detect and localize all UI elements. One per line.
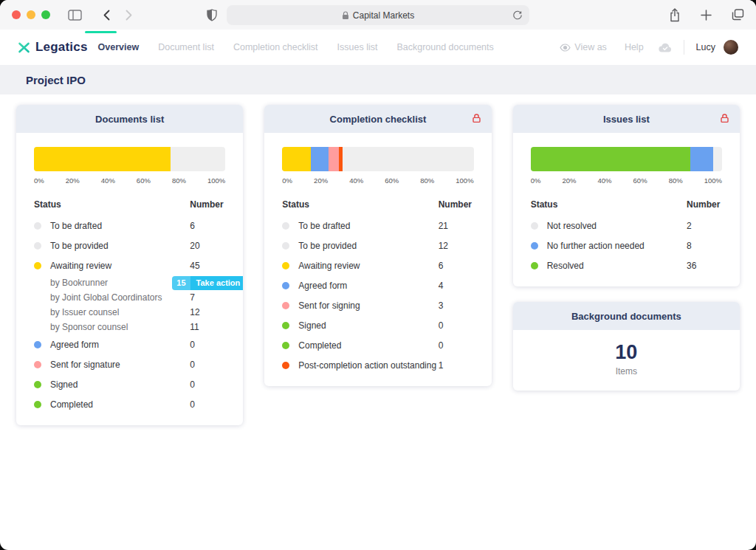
status-value: 6 — [190, 221, 225, 231]
status-value: 0 — [190, 379, 225, 390]
axis-tick-label: 20% — [314, 176, 328, 185]
avatar[interactable] — [724, 40, 738, 55]
bar-segment-agreed-form — [311, 147, 328, 171]
status-label: Agreed form — [50, 340, 190, 350]
restricted-lock-icon — [471, 113, 482, 124]
nav-item-document-list[interactable]: Document list — [158, 42, 214, 52]
lock-icon — [342, 11, 349, 20]
status-value: 36 — [687, 261, 722, 271]
address-bar[interactable]: Capital Markets — [227, 5, 529, 25]
status-dot — [34, 361, 41, 368]
sidebar-icon[interactable] — [68, 10, 82, 21]
status-value: 12 — [439, 241, 474, 251]
privacy-shield-icon[interactable] — [207, 9, 217, 21]
status-label: Resolved — [547, 261, 687, 271]
items-unit-label: Items — [513, 366, 740, 377]
bar-axis: 0%20%40%60%80%100% — [34, 176, 225, 185]
view-as-button[interactable]: View as — [560, 42, 607, 52]
card-body: 0%20%40%60%80%100%StatusNumberNot resolv… — [513, 133, 740, 286]
close-window-button[interactable] — [12, 10, 21, 19]
axis-tick-label: 80% — [669, 176, 683, 185]
status-row-sent-for-signature: Sent for signature0 — [34, 354, 225, 374]
status-column-header: Status — [282, 199, 438, 210]
nav-item-issues-list[interactable]: Issues list — [337, 42, 378, 52]
status-value: 20 — [190, 241, 225, 251]
number-column-header: Number — [439, 199, 474, 210]
fullscreen-window-button[interactable] — [41, 10, 50, 19]
status-dot — [282, 342, 289, 349]
card-body: 0%20%40%60%80%100%StatusNumberTo be draf… — [264, 133, 491, 386]
axis-tick-label: 0% — [34, 176, 44, 185]
forward-button[interactable] — [125, 10, 133, 21]
restricted-lock-icon — [719, 113, 730, 124]
status-dot — [34, 222, 41, 230]
nav-item-overview[interactable]: Overview — [98, 42, 140, 52]
card-header-documents-list[interactable]: Documents list — [16, 105, 243, 133]
status-value: 3 — [439, 300, 474, 311]
card-body: 10Items — [513, 330, 740, 391]
user-name[interactable]: Lucy — [696, 42, 715, 52]
cards-row: Documents list0%20%40%60%80%100%StatusNu… — [16, 105, 740, 425]
badge-action-label: Take action — [190, 276, 244, 290]
bar-segment-sent-for-signing — [329, 147, 339, 171]
card-header-completion-checklist[interactable]: Completion checklist — [264, 105, 491, 133]
help-button[interactable]: Help — [625, 42, 644, 52]
axis-tick-label: 20% — [562, 176, 576, 185]
status-row-to-be-provided: To be provided12 — [282, 236, 473, 255]
card-title: Issues list — [603, 114, 650, 125]
axis-tick-label: 20% — [66, 176, 80, 185]
reload-icon[interactable] — [512, 10, 523, 21]
status-row-to-be-provided: To be provided20 — [34, 236, 225, 255]
card-title: Background documents — [571, 311, 681, 322]
status-row-no-further-action-needed: No further action needed8 — [531, 236, 722, 255]
new-tab-icon[interactable] — [701, 10, 712, 21]
share-icon[interactable] — [669, 8, 681, 22]
status-dot — [282, 362, 289, 369]
status-value: 45 — [190, 261, 225, 271]
status-label: To be provided — [298, 241, 438, 251]
main-nav: OverviewDocument listCompletion checklis… — [98, 42, 494, 52]
nav-item-completion-checklist[interactable]: Completion checklist — [233, 42, 318, 52]
status-table-header: StatusNumber — [531, 196, 722, 213]
status-value: 0 — [190, 399, 225, 410]
axis-tick-label: 60% — [137, 176, 151, 185]
bar-axis: 0%20%40%60%80%100% — [531, 176, 722, 185]
axis-tick-label: 80% — [172, 176, 186, 185]
status-dot — [34, 401, 41, 408]
status-label: Awaiting review — [50, 261, 190, 271]
status-dot — [531, 242, 538, 250]
status-row-resolved: Resolved36 — [531, 255, 722, 275]
legatics-mark-icon — [18, 41, 30, 54]
status-label: No further action needed — [547, 241, 687, 251]
status-dot — [34, 262, 41, 269]
status-value: 12 — [190, 307, 225, 317]
nav-item-background-documents[interactable]: Background documents — [396, 42, 493, 52]
card-header-background-documents[interactable]: Background documents — [513, 302, 740, 330]
status-dot — [34, 381, 41, 388]
status-row-by-sponsor-counsel: by Sponsor counsel11 — [34, 320, 225, 334]
legatics-logo[interactable]: Legatics — [18, 40, 88, 55]
status-dot — [282, 282, 289, 289]
status-label: Completed — [50, 399, 190, 410]
card-column-2: Completion checklist0%20%40%60%80%100%St… — [264, 105, 491, 386]
card-header-issues-list[interactable]: Issues list — [513, 105, 740, 133]
card-title: Documents list — [95, 114, 164, 125]
status-dot — [34, 341, 41, 348]
status-table-header: StatusNumber — [282, 196, 473, 213]
project-bar: Project IPO — [0, 65, 756, 94]
status-label: Completed — [298, 340, 438, 351]
bar-segment-no-further-action-needed — [690, 147, 713, 171]
status-progress-bar — [531, 147, 722, 171]
status-table-header: StatusNumber — [34, 196, 225, 213]
status-dot — [531, 262, 538, 269]
back-button[interactable] — [103, 10, 111, 21]
card-body: 0%20%40%60%80%100%StatusNumberTo be draf… — [16, 133, 243, 425]
take-action-badge[interactable]: 15Take action — [172, 276, 243, 290]
tab-overview-icon[interactable] — [732, 9, 744, 21]
status-label: by Sponsor counsel — [50, 322, 190, 332]
status-value: 1 — [439, 360, 474, 371]
card-issues-list: Issues list0%20%40%60%80%100%StatusNumbe… — [513, 105, 740, 286]
view-as-label: View as — [574, 42, 607, 52]
status-row-not-resolved: Not resolved2 — [531, 216, 722, 236]
minimize-window-button[interactable] — [27, 10, 35, 19]
